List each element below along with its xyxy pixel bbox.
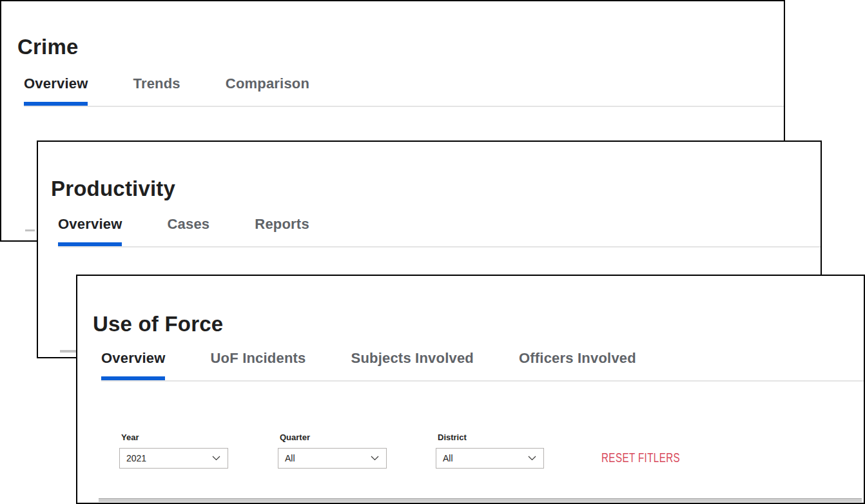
- page-title: Crime: [17, 35, 79, 59]
- tab-trends[interactable]: Trends: [133, 76, 180, 106]
- tab-officers-involved[interactable]: Officers Involved: [519, 351, 636, 380]
- scrollbar-stub: [25, 229, 35, 231]
- use-of-force-panel: Use of Force Overview UoF Incidents Subj…: [76, 275, 865, 504]
- chevron-down-icon: [212, 456, 220, 461]
- tab-label: UoF Incidents: [210, 350, 306, 366]
- tab-label: Overview: [58, 216, 122, 232]
- tab-bar: Overview Trends Comparison: [1, 76, 784, 108]
- quarter-filter-label: Quarter: [280, 432, 310, 442]
- quarter-dropdown-value: All: [285, 453, 295, 463]
- tab-overview[interactable]: Overview: [24, 76, 88, 106]
- year-filter-label: Year: [121, 432, 139, 442]
- district-dropdown-value: All: [443, 453, 453, 463]
- tab-bar: Overview UoF Incidents Subjects Involved…: [77, 351, 864, 383]
- year-dropdown-value: 2021: [126, 453, 146, 463]
- tab-divider: [101, 380, 864, 382]
- chevron-down-icon: [371, 456, 379, 461]
- scrollbar-stub: [60, 350, 76, 353]
- chevron-down-icon: [528, 456, 536, 461]
- tab-label: Overview: [101, 350, 165, 366]
- tab-label: Cases: [167, 216, 209, 232]
- tab-overview[interactable]: Overview: [101, 351, 165, 380]
- tab-label: Trends: [133, 75, 180, 92]
- tab-uof-incidents[interactable]: UoF Incidents: [210, 351, 306, 380]
- tab-subjects-involved[interactable]: Subjects Involved: [351, 351, 474, 380]
- page-title: Use of Force: [93, 312, 223, 336]
- tab-label: Subjects Involved: [351, 350, 474, 366]
- tab-label: Reports: [255, 216, 309, 232]
- tab-label: Officers Involved: [519, 350, 636, 366]
- tab-label: Comparison: [226, 75, 309, 92]
- district-filter-label: District: [438, 432, 467, 442]
- quarter-dropdown[interactable]: All: [278, 448, 387, 469]
- district-dropdown[interactable]: All: [436, 448, 544, 469]
- tab-divider: [24, 106, 784, 107]
- tab-divider: [58, 246, 821, 247]
- tab-overview[interactable]: Overview: [58, 217, 122, 246]
- tab-label: Overview: [24, 75, 88, 92]
- page-title: Productivity: [51, 177, 175, 201]
- tab-comparison[interactable]: Comparison: [226, 76, 309, 106]
- tab-bar: Overview Cases Reports: [38, 217, 821, 249]
- reset-filters-button[interactable]: RESET FITLERS: [601, 451, 680, 465]
- tab-cases[interactable]: Cases: [167, 217, 209, 246]
- tab-reports[interactable]: Reports: [255, 217, 309, 246]
- horizontal-scrollbar[interactable]: [99, 498, 862, 502]
- year-dropdown[interactable]: 2021: [119, 448, 228, 469]
